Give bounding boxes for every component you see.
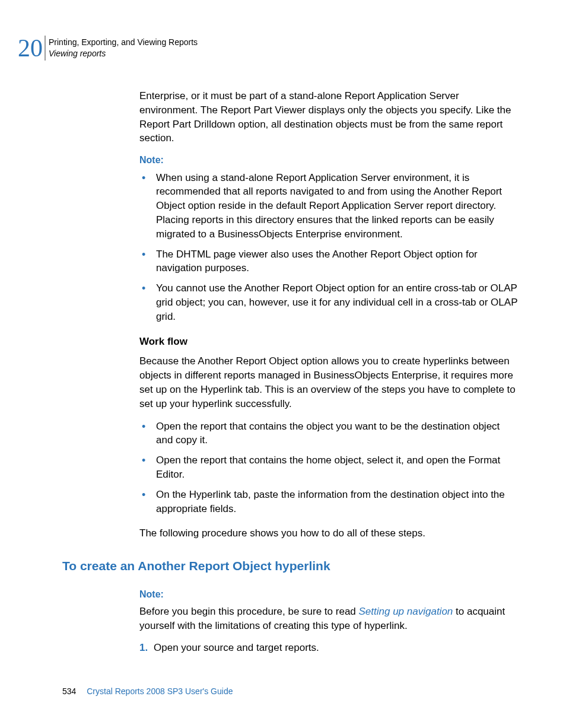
- setting-up-navigation-link[interactable]: Setting up navigation: [359, 606, 453, 617]
- step-number: 1.: [139, 641, 148, 655]
- chapter-subtitle: Viewing reports: [49, 48, 198, 59]
- list-item: Open the report that contains the object…: [139, 419, 519, 448]
- numbered-steps: 1. Open your source and target reports.: [139, 641, 519, 655]
- chapter-number: 20: [18, 36, 43, 61]
- section-heading: To create an Another Report Object hyper…: [62, 557, 519, 574]
- note2-before: Before you begin this procedure, be sure…: [139, 606, 359, 617]
- page-header: 20 Printing, Exporting, and Viewing Repo…: [18, 36, 198, 61]
- list-item: The DHTML page viewer also uses the Anot…: [139, 247, 519, 276]
- note-label: Note:: [139, 154, 519, 167]
- list-item: Open the report that contains the home o…: [139, 453, 519, 482]
- list-item: When using a stand-alone Report Applicat…: [139, 171, 519, 241]
- header-text-block: Printing, Exporting, and Viewing Reports…: [49, 37, 198, 59]
- workflow-bullet-list: Open the report that contains the object…: [139, 419, 519, 516]
- note2-paragraph: Before you begin this procedure, be sure…: [139, 605, 519, 633]
- workflow-heading: Work flow: [139, 335, 519, 349]
- main-content: Enterprise, or it must be part of a stan…: [139, 89, 519, 660]
- step-text: Open your source and target reports.: [154, 642, 319, 653]
- page-footer: 534 Crystal Reports 2008 SP3 User's Guid…: [62, 686, 233, 696]
- header-divider: [44, 36, 46, 61]
- note-label: Note:: [139, 588, 519, 601]
- note-bullet-list: When using a stand-alone Report Applicat…: [139, 171, 519, 324]
- workflow-intro: Because the Another Report Object option…: [139, 354, 519, 411]
- intro-paragraph: Enterprise, or it must be part of a stan…: [139, 89, 519, 145]
- step-item: 1. Open your source and target reports.: [139, 641, 519, 655]
- workflow-outro: The following procedure shows you how to…: [139, 526, 519, 541]
- list-item: On the Hyperlink tab, paste the informat…: [139, 488, 519, 516]
- page-number: 534: [62, 686, 76, 696]
- guide-title: Crystal Reports 2008 SP3 User's Guide: [87, 686, 233, 696]
- list-item: You cannot use the Another Report Object…: [139, 281, 519, 323]
- chapter-title: Printing, Exporting, and Viewing Reports: [49, 37, 198, 48]
